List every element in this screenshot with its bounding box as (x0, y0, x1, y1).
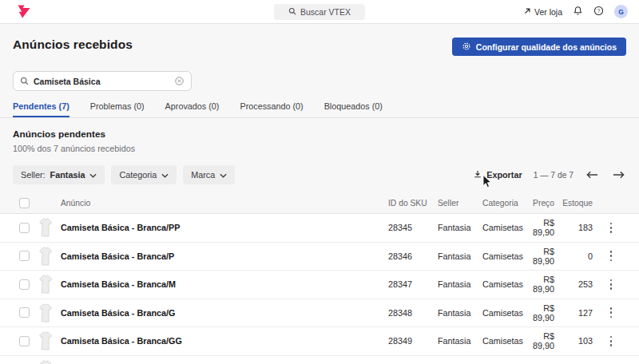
clear-search-icon[interactable] (174, 76, 185, 86)
product-thumbnail tshirt-icon (37, 245, 55, 267)
search-icon (288, 7, 296, 17)
section-subtitle: 100% dos 7 anúncios recebidos (13, 144, 626, 153)
row-menu-button[interactable] (607, 220, 616, 236)
listing-title: Camiseta Básica - Branca/GG (61, 336, 388, 346)
filter-categoria[interactable]: Categoria (111, 165, 177, 184)
listing-categoria: Camisetas (482, 279, 524, 289)
prev-page-button[interactable] (585, 169, 600, 180)
view-store-link[interactable]: Ver loja (523, 7, 562, 17)
product-thumbnail tshirt-icon (37, 330, 55, 352)
download-icon (473, 169, 482, 180)
vtex-logo-icon[interactable] (14, 5, 30, 18)
col-header-anuncio: Anúncio (61, 199, 388, 208)
listing-categoria: Camisetas (482, 336, 524, 346)
status-tabs: Pendentes (7) Problemas (0) Aprovados (0… (0, 98, 639, 118)
listings-table: Anúncio ID do SKU Seller Categoria Preço… (0, 193, 639, 364)
table-row[interactable]: Camiseta Básica - Branca/M 28347 Fantasi… (0, 271, 639, 299)
listing-sku: 28346 (388, 251, 438, 261)
listing-sku: 28348 (388, 308, 438, 318)
listing-estoque: 127 (559, 308, 596, 318)
row-menu-button[interactable] (607, 333, 616, 350)
filter-marca[interactable]: Marca (183, 165, 235, 184)
search-icon (20, 74, 29, 89)
col-header-categoria: Categoria (482, 199, 524, 208)
row-checkbox[interactable] (19, 279, 30, 290)
global-search-label: Buscar VTEX (300, 7, 351, 17)
listing-seller: Fantasia (438, 223, 482, 232)
listing-preco: R$ 89,90 (524, 303, 559, 322)
global-search-button[interactable]: Buscar VTEX (274, 4, 365, 20)
help-icon: ? (593, 5, 604, 19)
filter-seller[interactable]: Seller: Fantasia (13, 165, 105, 184)
export-button[interactable]: Exportar (473, 169, 522, 180)
search-box (13, 71, 192, 91)
page-title: Anúncios recebidos (13, 38, 133, 52)
view-store-label: Ver loja (534, 7, 562, 17)
tab-problemas[interactable]: Problemas (0) (90, 98, 145, 117)
listing-seller: Fantasia (438, 279, 482, 289)
listing-title: Camiseta Básica - Branca/M (61, 279, 388, 289)
listing-preco: R$ 89,90 (524, 331, 559, 350)
table-row-partial[interactable] (0, 356, 639, 364)
listing-sku: 28345 (388, 223, 438, 232)
listing-estoque: 103 (559, 336, 596, 346)
notifications-button[interactable] (573, 5, 583, 19)
tab-aprovados[interactable]: Aprovados (0) (165, 98, 220, 117)
chevron-down-icon (89, 170, 97, 180)
svg-text:?: ? (597, 7, 601, 13)
table-row[interactable]: Camiseta Básica - Branca/G 28348 Fantasi… (0, 299, 639, 328)
external-link-icon (523, 7, 531, 17)
col-header-estoque: Estoque (559, 199, 596, 208)
product-thumbnail tshirt-icon (37, 359, 55, 364)
listing-seller: Fantasia (438, 251, 482, 261)
table-row[interactable]: Camiseta Básica - Branca/PP 28345 Fantas… (0, 214, 639, 243)
listing-estoque: 0 (559, 251, 596, 261)
col-header-preco: Preço (524, 199, 559, 208)
listing-categoria: Camisetas (482, 251, 524, 261)
listing-sku: 28349 (388, 336, 438, 346)
row-menu-button[interactable] (607, 304, 616, 321)
table-row[interactable]: Camiseta Básica - Branca/P 28346 Fantasi… (0, 243, 639, 271)
row-menu-button[interactable] (607, 247, 616, 264)
configure-quality-button[interactable]: Configurar qualidade dos anúncios (452, 38, 626, 56)
listing-categoria: Camisetas (482, 223, 524, 232)
table-header: Anúncio ID do SKU Seller Categoria Preço… (0, 193, 639, 214)
tab-processando[interactable]: Processando (0) (240, 98, 303, 117)
search-input[interactable] (34, 77, 169, 86)
row-checkbox[interactable] (19, 223, 30, 233)
bell-icon (573, 5, 583, 19)
col-header-seller: Seller (438, 199, 482, 208)
listing-title: Camiseta Básica - Branca/PP (61, 223, 388, 232)
listing-categoria: Camisetas (482, 308, 524, 318)
help-button[interactable]: ? (593, 5, 604, 19)
listing-title: Camiseta Básica - Branca/P (61, 251, 388, 261)
product-thumbnail tshirt-icon (37, 302, 55, 323)
chevron-down-icon (220, 170, 227, 180)
listing-seller: Fantasia (438, 336, 482, 346)
select-all-checkbox[interactable] (19, 198, 30, 208)
gear-icon (462, 42, 471, 53)
chevron-down-icon (161, 170, 169, 180)
tab-bloqueados[interactable]: Bloqueados (0) (324, 98, 383, 117)
avatar[interactable]: G (614, 5, 628, 18)
col-header-id-sku: ID do SKU (388, 199, 438, 208)
table-row[interactable]: Camiseta Básica - Branca/GG 28349 Fantas… (0, 327, 639, 356)
listing-preco: R$ 89,90 (524, 218, 559, 237)
listing-title: Camiseta Básica - Branca/G (61, 308, 388, 318)
listing-seller: Fantasia (438, 308, 482, 318)
table-body: Camiseta Básica - Branca/PP 28345 Fantas… (0, 214, 639, 364)
product-thumbnail tshirt-icon (37, 274, 55, 295)
listing-preco: R$ 89,90 (524, 275, 559, 294)
topbar: Buscar VTEX Ver loja ? (0, 0, 639, 24)
section-title: Anúncios pendentes (13, 129, 626, 140)
product-thumbnail tshirt-icon (37, 217, 55, 239)
row-checkbox[interactable] (19, 307, 30, 318)
next-page-button[interactable] (611, 169, 626, 180)
row-checkbox[interactable] (19, 251, 30, 261)
row-menu-button[interactable] (607, 276, 616, 293)
listing-estoque: 183 (559, 223, 596, 232)
pagination-label: 1 — 7 de 7 (534, 171, 574, 180)
listing-preco: R$ 89,90 (524, 247, 559, 266)
row-checkbox[interactable] (19, 336, 30, 346)
tab-pendentes[interactable]: Pendentes (7) (13, 98, 69, 117)
